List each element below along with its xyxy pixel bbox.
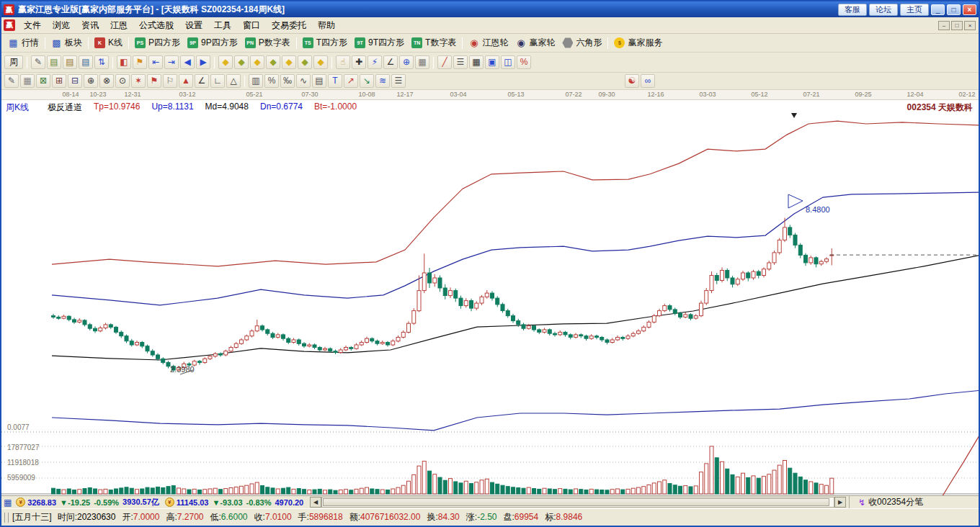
gann-diamond-6[interactable]: ◆ — [298, 55, 312, 69]
t-tool[interactable]: T — [328, 74, 342, 88]
menu-help[interactable]: 帮助 — [312, 17, 341, 34]
stamp-plus-tool[interactable]: ⊞ — [52, 74, 66, 88]
gann-diamond-7[interactable]: ◆ — [313, 55, 328, 69]
child-minimize-button[interactable]: – — [938, 21, 950, 30]
wedge-tool[interactable]: ▲ — [179, 74, 193, 88]
child-close-button[interactable]: × — [964, 21, 976, 30]
columns-tool[interactable]: ▤ — [312, 74, 326, 88]
pencil2-tool[interactable]: ✎ — [4, 74, 19, 88]
scroll-right-arrow[interactable]: ▶ — [834, 497, 846, 508]
winner-service-button[interactable]: $赢家服务 — [610, 35, 666, 50]
forum-button[interactable]: 论坛 — [869, 4, 898, 16]
zero-scale-tool[interactable]: ⇅ — [94, 55, 109, 69]
p-number-button[interactable]: PNP数字表 — [241, 35, 294, 50]
t-square-button[interactable]: TST四方形 — [299, 35, 351, 50]
kline-chart[interactable]: 8.48002.3980 — [1, 100, 979, 495]
period-week-button[interactable]: 周 — [4, 55, 23, 69]
scrollbar-thumb[interactable] — [323, 498, 829, 506]
percent2-tool[interactable]: % — [264, 74, 279, 88]
gann-diamond-3[interactable]: ◆ — [250, 55, 264, 69]
9p-square-button[interactable]: 9P9P四方形 — [184, 35, 241, 50]
save-tool[interactable]: ◫ — [501, 55, 515, 69]
horizontal-scrollbar[interactable]: ◀ ▶ — [310, 497, 846, 508]
hexagon-button[interactable]: 六角形 — [558, 35, 605, 50]
red-flag-tool[interactable]: ⚑ — [147, 74, 161, 88]
sectors-button[interactable]: ▩板块 — [48, 35, 86, 50]
h-lines-tool[interactable]: ☰ — [453, 55, 468, 69]
circle-dot-tool[interactable]: ⊙ — [115, 74, 130, 88]
last-bar-button[interactable]: ⇥ — [164, 55, 179, 69]
yinyang-icon[interactable]: ☯ — [625, 74, 639, 88]
gann-diamond-2[interactable]: ◆ — [234, 55, 249, 69]
gann-diamond-1[interactable]: ◆ — [218, 55, 233, 69]
prev-bar-button[interactable]: ◀ — [180, 55, 195, 69]
stamp-cross-tool[interactable]: ⊠ — [36, 74, 50, 88]
scroll-left-arrow[interactable]: ◀ — [310, 497, 321, 508]
target-tool[interactable]: ⊕ — [399, 55, 414, 69]
gann-diamond-5[interactable]: ◆ — [282, 55, 296, 69]
scrollbar-track[interactable] — [321, 497, 834, 508]
paint-tool[interactable]: ◧ — [117, 55, 131, 69]
angle2-tool[interactable]: ∟ — [210, 74, 225, 88]
stamp-brown-tool[interactable]: ▤ — [63, 55, 77, 69]
hand-tool[interactable]: ☝ — [336, 55, 350, 69]
menu-trade-order[interactable]: 交易委托 — [266, 17, 312, 34]
triangle-tool[interactable]: △ — [226, 74, 241, 88]
circle-x-tool[interactable]: ⊗ — [99, 74, 114, 88]
lightning-tool[interactable]: ⚡ — [368, 55, 382, 69]
percent-tool[interactable]: % — [517, 55, 531, 69]
menu-window[interactable]: 窗口 — [237, 17, 266, 34]
stamp-green-tool[interactable]: ▤ — [47, 55, 61, 69]
menu-gann[interactable]: 江恩 — [104, 17, 133, 34]
arrow-up-tool[interactable]: ↗ — [344, 74, 358, 88]
child-restore-button[interactable]: □ — [951, 21, 963, 30]
trend-line-tool[interactable]: ╱ — [437, 55, 452, 69]
minimize-button[interactable]: _ — [931, 4, 945, 15]
p-square-button[interactable]: PSP四方形 — [131, 35, 184, 50]
menu-news[interactable]: 资讯 — [76, 17, 104, 34]
circle-plus-tool[interactable]: ⊕ — [84, 74, 98, 88]
stamp-blue-tool[interactable]: ▤ — [79, 55, 93, 69]
maximize-button[interactable]: □ — [947, 4, 961, 15]
menu-tools[interactable]: 工具 — [208, 17, 237, 34]
menu-formula-stock-pick[interactable]: 公式选股 — [133, 17, 179, 34]
sz-index-value[interactable]: 11145.03 — [177, 498, 209, 507]
angle-tool[interactable]: ∠ — [383, 55, 398, 69]
next-bar-button[interactable]: ▶ — [196, 55, 210, 69]
wave-tool[interactable]: ∿ — [296, 74, 311, 88]
sh-index-value[interactable]: 3268.83 — [27, 498, 56, 507]
infinity-icon[interactable]: ∞ — [641, 74, 655, 88]
angle1-tool[interactable]: ∠ — [195, 74, 209, 88]
pencil-tool[interactable]: ✎ — [31, 55, 45, 69]
waves2-tool[interactable]: ≋ — [375, 74, 390, 88]
star-tool[interactable]: ✶ — [131, 74, 146, 88]
home-button[interactable]: 主页 — [900, 4, 929, 16]
gann-wheel-button[interactable]: ◉江恩轮 — [465, 35, 512, 50]
market-grid-icon[interactable]: ▦ — [4, 497, 12, 508]
menu-file[interactable]: 文件 — [18, 17, 47, 34]
grid-tool[interactable]: ▦ — [469, 55, 484, 69]
permille-tool[interactable]: ‰ — [280, 74, 295, 88]
customer-service-button[interactable]: 客服 — [838, 4, 867, 16]
gann-diamond-4[interactable]: ◆ — [266, 55, 280, 69]
first-bar-button[interactable]: ⇤ — [148, 55, 163, 69]
fenbi-label[interactable]: 收002354分笔 — [868, 496, 923, 508]
menu-settings[interactable]: 设置 — [179, 17, 208, 34]
calendar-tool[interactable]: ▦ — [415, 55, 429, 69]
arrow-down-tool[interactable]: ↘ — [360, 74, 374, 88]
menu-browse[interactable]: 浏览 — [47, 17, 76, 34]
9t-square-button[interactable]: 9T9T四方形 — [351, 35, 408, 50]
color-flag-tool[interactable]: ⚑ — [133, 55, 147, 69]
stamp-minus-tool[interactable]: ⊟ — [68, 74, 82, 88]
winner-wheel-button[interactable]: ◉赢家轮 — [512, 35, 558, 50]
t-number-button[interactable]: TNT数字表 — [408, 35, 460, 50]
white-flag-tool[interactable]: ⚐ — [163, 74, 177, 88]
quotes-button[interactable]: ▦行情 — [4, 35, 43, 50]
grid-light-tool[interactable]: ▦ — [20, 74, 35, 88]
lines2-tool[interactable]: ☰ — [391, 74, 406, 88]
bars-tool[interactable]: ▥ — [249, 74, 263, 88]
crosshair-tool[interactable]: ✚ — [352, 55, 366, 69]
chart-area[interactable]: 8.48002.3980 周K线 极反通道 Tp=10.9746 Up=8.11… — [1, 100, 979, 495]
close-button[interactable]: × — [963, 4, 976, 15]
blue-grid-tool[interactable]: ▣ — [485, 55, 499, 69]
